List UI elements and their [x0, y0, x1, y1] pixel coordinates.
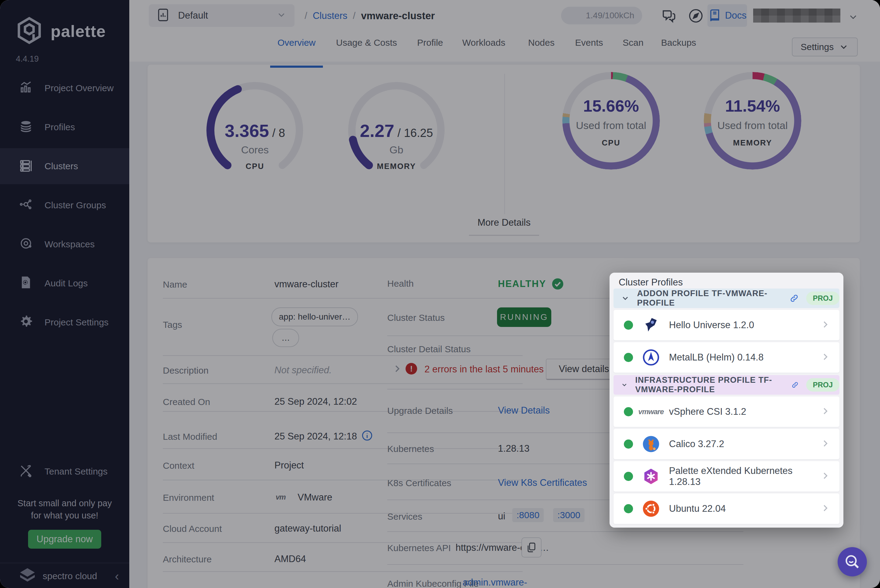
- palette-extended-kubernetes-logo: [642, 467, 660, 486]
- chevron-right-icon: [820, 406, 831, 418]
- ubuntu-logo: [642, 499, 660, 518]
- chevron-right-icon: [820, 319, 831, 331]
- status-dot: [624, 353, 633, 362]
- search-assistant-fab[interactable]: [838, 547, 867, 576]
- profile-row-calico[interactable]: Calico 3.27.2: [613, 429, 840, 459]
- addon-profile-title: ADDON PROFILE TF-VMWARE-PROFILE: [637, 289, 782, 308]
- status-dot: [624, 504, 633, 513]
- app-window: palette 4.4.19 Project Overview Profiles…: [0, 0, 880, 588]
- profile-label: Ubuntu 22.04: [669, 503, 726, 514]
- chevron-right-icon: [820, 502, 831, 515]
- profile-row-ubuntu[interactable]: Ubuntu 22.04: [613, 494, 840, 524]
- chevron-right-icon: [820, 351, 831, 363]
- popup-title: Cluster Profiles: [619, 277, 683, 288]
- calico-logo: [642, 435, 660, 453]
- metallb-logo: [642, 348, 660, 367]
- profile-label: vSphere CSI 3.1.2: [669, 406, 746, 417]
- profile-label: Calico 3.27.2: [669, 438, 724, 450]
- profile-label: Palette eXtended Kubernetes 1.28.13: [669, 465, 820, 488]
- link-icon: [791, 380, 799, 390]
- status-dot: [624, 472, 633, 481]
- vmware-wordmark-logo: vmware: [642, 402, 660, 421]
- infrastructure-profile-header[interactable]: INFRASTRUCTURE PROFILE TF-VMWARE-PROFILE…: [613, 375, 840, 394]
- status-dot: [624, 321, 633, 330]
- profile-label: Hello Universe 1.2.0: [669, 320, 754, 331]
- chevron-down-icon: [621, 380, 628, 390]
- infrastructure-profile-title: INFRASTRUCTURE PROFILE TF-VMWARE-PROFILE: [635, 375, 784, 394]
- profile-row-pxk[interactable]: Palette eXtended Kubernetes 1.28.13: [613, 461, 840, 492]
- link-icon: [789, 293, 799, 304]
- profile-row-hello-universe[interactable]: Hello Universe 1.2.0: [613, 310, 840, 340]
- profile-row-vsphere-csi[interactable]: vmware vSphere CSI 3.1.2: [613, 396, 840, 427]
- cluster-profiles-popup: Cluster Profiles ADDON PROFILE TF-VMWARE…: [610, 273, 843, 528]
- profile-row-metallb[interactable]: MetalLB (Helm) 0.14.8: [613, 342, 840, 373]
- proj-badge: PROJ: [806, 378, 840, 392]
- addon-profile-header[interactable]: ADDON PROFILE TF-VMWARE-PROFILE PROJ: [613, 288, 840, 308]
- hello-universe-logo: [642, 316, 660, 334]
- profile-label: MetalLB (Helm) 0.14.8: [669, 352, 763, 363]
- status-dot: [624, 440, 633, 448]
- chevron-right-icon: [820, 438, 831, 450]
- chevron-right-icon: [820, 470, 831, 483]
- chevron-down-icon: [621, 293, 630, 303]
- status-dot: [624, 407, 633, 416]
- proj-badge: PROJ: [806, 291, 840, 305]
- magnifier-smile-icon: [843, 553, 861, 571]
